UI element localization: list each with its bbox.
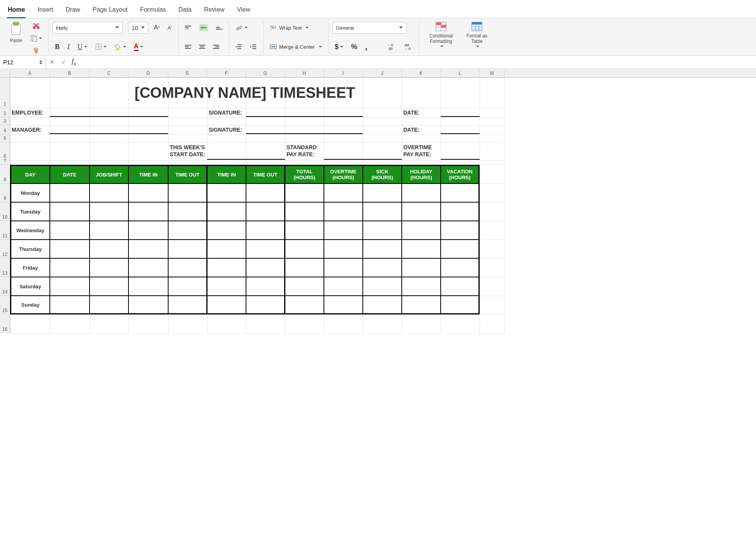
ts-cell-r0-c11[interactable] xyxy=(441,184,480,202)
ts-cell-r5-c6[interactable] xyxy=(246,277,285,296)
decrease-decimal-button[interactable]: .00→.0 xyxy=(401,41,415,52)
cancel-formula-button[interactable]: ✕ xyxy=(46,58,58,66)
cut-button[interactable] xyxy=(28,21,44,31)
ts-cell-r1-c11[interactable] xyxy=(441,202,480,221)
ts-cell-r3-c7[interactable] xyxy=(285,240,324,258)
ts-cell-r3-c2[interactable] xyxy=(90,240,128,258)
col-header-F[interactable]: F xyxy=(207,69,246,77)
row-header-4[interactable]: 4 xyxy=(0,125,10,134)
ts-cell-r2-c8[interactable] xyxy=(324,221,363,240)
decrease-font-button[interactable]: Aˇ xyxy=(165,23,174,32)
name-box-up[interactable] xyxy=(39,59,42,62)
ts-cell-r2-c6[interactable] xyxy=(246,221,285,240)
align-middle-button[interactable] xyxy=(197,23,211,33)
ts-cell-r5-c10[interactable] xyxy=(402,277,441,296)
ts-cell-r4-c11[interactable] xyxy=(441,258,480,277)
row-header-6[interactable]: 6 xyxy=(0,142,10,160)
col-header-L[interactable]: L xyxy=(441,69,480,77)
ts-cell-r6-c3[interactable] xyxy=(128,296,168,314)
name-box-input[interactable] xyxy=(3,59,30,65)
name-box-down[interactable] xyxy=(39,63,42,66)
col-header-D[interactable]: D xyxy=(128,69,168,77)
ts-cell-r0-c5[interactable] xyxy=(207,184,246,202)
ts-cell-r5-c8[interactable] xyxy=(324,277,363,296)
ts-cell-r0-c7[interactable] xyxy=(285,184,324,202)
ts-cell-r6-c4[interactable] xyxy=(168,296,207,314)
ts-cell-r5-c11[interactable] xyxy=(441,277,480,296)
row-header-7[interactable]: 7 xyxy=(0,160,10,165)
ts-cell-r4-c7[interactable] xyxy=(285,258,324,277)
currency-button[interactable]: $ xyxy=(332,41,346,53)
ts-cell-r3-c3[interactable] xyxy=(128,240,168,258)
ts-cell-r1-c7[interactable] xyxy=(285,202,324,221)
ts-cell-r3-c9[interactable] xyxy=(363,240,402,258)
ts-cell-r6-c11[interactable] xyxy=(441,296,480,314)
ts-cell-r2-c10[interactable] xyxy=(402,221,441,240)
col-header-M[interactable]: M xyxy=(480,69,505,77)
copy-button[interactable] xyxy=(28,33,44,43)
tab-insert[interactable]: Insert xyxy=(37,4,54,18)
row-header-1[interactable]: 1 xyxy=(0,78,10,108)
ts-cell-r4-c10[interactable] xyxy=(402,258,441,277)
number-format-select[interactable]: General xyxy=(332,22,406,34)
ts-cell-r5-c2[interactable] xyxy=(90,277,128,296)
increase-indent-button[interactable] xyxy=(248,42,259,51)
ts-cell-r4-c9[interactable] xyxy=(363,258,402,277)
ts-cell-r0-c2[interactable] xyxy=(90,184,128,202)
ts-cell-r5-c5[interactable] xyxy=(207,277,246,296)
ts-cell-r6-c6[interactable] xyxy=(246,296,285,314)
paste-button[interactable]: Paste xyxy=(7,21,25,44)
ts-cell-r1-c2[interactable] xyxy=(90,202,128,221)
font-size-select[interactable]: 10 xyxy=(128,22,148,34)
ts-cell-r6-c1[interactable] xyxy=(50,296,90,314)
ts-cell-r6-c2[interactable] xyxy=(90,296,128,314)
fill-color-button[interactable] xyxy=(112,42,128,52)
row-header-12[interactable]: 12 xyxy=(0,240,10,258)
decrease-indent-button[interactable] xyxy=(233,42,244,51)
ts-cell-r6-c10[interactable] xyxy=(402,296,441,314)
accept-formula-button[interactable]: ✓ xyxy=(58,58,69,66)
tab-page-layout[interactable]: Page Layout xyxy=(92,4,128,18)
ts-cell-r4-c4[interactable] xyxy=(168,258,207,277)
ts-cell-r4-c2[interactable] xyxy=(90,258,128,277)
row-header-13[interactable]: 13 xyxy=(0,258,10,277)
ts-cell-r2-c3[interactable] xyxy=(128,221,168,240)
comma-button[interactable]: , xyxy=(363,40,370,53)
ts-cell-r5-c3[interactable] xyxy=(128,277,168,296)
col-header-H[interactable]: H xyxy=(285,69,324,77)
align-bottom-button[interactable] xyxy=(214,24,225,31)
ts-cell-r4-c5[interactable] xyxy=(207,258,246,277)
ts-cell-r4-c1[interactable] xyxy=(50,258,90,277)
row-header-9[interactable]: 9 xyxy=(0,184,10,202)
ts-cell-r3-c11[interactable] xyxy=(441,240,480,258)
ts-cell-r1-c8[interactable] xyxy=(324,202,363,221)
tab-home[interactable]: Home xyxy=(7,4,26,18)
ts-cell-r0-c8[interactable] xyxy=(324,184,363,202)
ts-cell-r0-c1[interactable] xyxy=(50,184,90,202)
ts-cell-r1-c1[interactable] xyxy=(50,202,90,221)
row-header-10[interactable]: 10 xyxy=(0,202,10,221)
ts-cell-r0-c3[interactable] xyxy=(128,184,168,202)
ts-cell-r1-c9[interactable] xyxy=(363,202,402,221)
ts-cell-r5-c7[interactable] xyxy=(285,277,324,296)
ts-cell-r3-c8[interactable] xyxy=(324,240,363,258)
italic-button[interactable]: I xyxy=(65,41,72,53)
row-header-16[interactable]: 16 xyxy=(0,314,10,333)
ts-cell-r5-c1[interactable] xyxy=(50,277,90,296)
row-header-3[interactable]: 3 xyxy=(0,117,10,125)
ts-cell-r6-c8[interactable] xyxy=(324,296,363,314)
ts-cell-r2-c4[interactable] xyxy=(168,221,207,240)
increase-decimal-button[interactable]: ←0.00 xyxy=(384,41,398,52)
row-header-2[interactable]: 2 xyxy=(0,108,10,117)
ts-cell-r1-c10[interactable] xyxy=(402,202,441,221)
tab-draw[interactable]: Draw xyxy=(65,4,81,18)
ts-cell-r0-c4[interactable] xyxy=(168,184,207,202)
ts-cell-r6-c5[interactable] xyxy=(207,296,246,314)
ts-cell-r3-c6[interactable] xyxy=(246,240,285,258)
align-center-button[interactable] xyxy=(197,43,207,50)
ts-cell-r3-c4[interactable] xyxy=(168,240,207,258)
ts-cell-r2-c2[interactable] xyxy=(90,221,128,240)
col-header-I[interactable]: I xyxy=(324,69,363,77)
bold-button[interactable]: B xyxy=(53,41,62,53)
merge-center-button[interactable]: Merge & Center xyxy=(267,42,324,52)
